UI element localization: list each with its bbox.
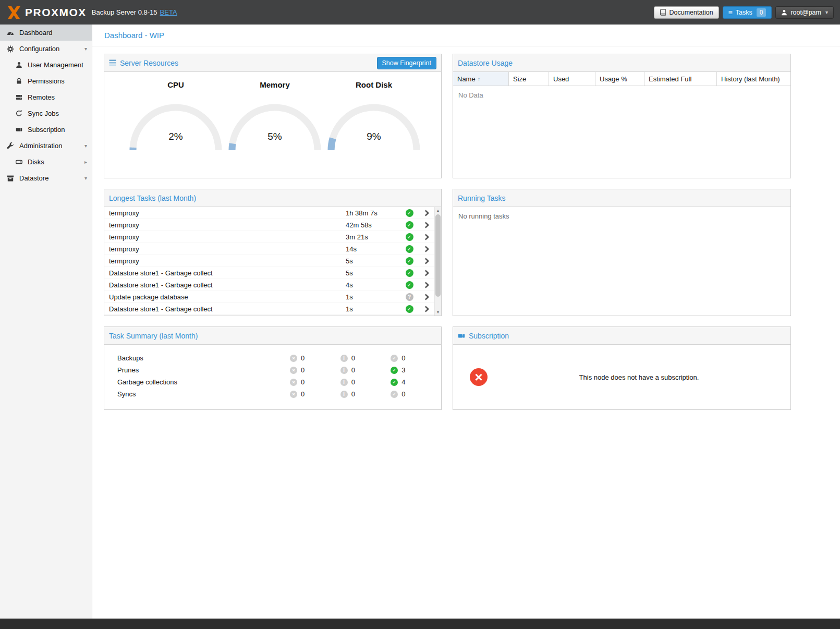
warning-icon: i (340, 355, 348, 362)
sidebar-item-dashboard[interactable]: Dashboard (0, 25, 92, 41)
scrollbar[interactable]: ▲ ▼ (434, 207, 441, 316)
sidebar-item-permissions[interactable]: Permissions (0, 73, 92, 89)
task-row[interactable]: termproxy 3m 21s ✓ (104, 231, 434, 243)
task-row[interactable]: Datastore store1 - Garbage collect 1s ✓ (104, 303, 434, 315)
datastore-empty-text: No Data (453, 86, 790, 104)
user-icon (781, 9, 787, 16)
sidebar-item-datastore[interactable]: Datastore ▾ (0, 170, 92, 186)
task-name: termproxy (109, 245, 346, 253)
panel-title: Datastore Usage (458, 59, 513, 67)
server-resources-body: CPU 2% Memory (104, 72, 441, 178)
ok-count-group: ✓ 3 (391, 366, 441, 374)
task-row[interactable]: termproxy 42m 58s ✓ (104, 219, 434, 231)
task-open-chevron-icon[interactable] (419, 246, 434, 252)
sidebar-item-user-management[interactable]: User Management (0, 57, 92, 73)
column-size[interactable]: Size (509, 72, 549, 86)
task-duration: 1s (346, 293, 400, 301)
longest-tasks-list: termproxy 1h 38m 7s ✓ termproxy 42m 58s … (104, 207, 441, 316)
cpu-gauge: CPU 2% (126, 80, 225, 178)
sidebar-item-administration[interactable]: Administration ▾ (0, 138, 92, 154)
proxmox-logo: PROXMOX (6, 6, 87, 19)
task-row[interactable]: Update package database 1s ? (104, 291, 434, 303)
longest-tasks-panel: Longest Tasks (last Month) termproxy 1h … (104, 189, 442, 316)
error-count: 0 (301, 390, 305, 398)
column-estimated-full[interactable]: Estimated Full (644, 72, 717, 86)
task-row[interactable]: termproxy 14s ✓ (104, 243, 434, 255)
sidebar-item-label: Dashboard (19, 29, 53, 37)
task-row[interactable]: termproxy 1h 38m 7s ✓ (104, 207, 434, 219)
sidebar-item-label: Disks (28, 158, 44, 166)
sidebar-item-remotes[interactable]: Remotes (0, 89, 92, 105)
gauge-arc: 5% (225, 101, 324, 152)
task-open-chevron-icon[interactable] (419, 234, 434, 240)
gauge-label: Root Disk (324, 80, 423, 89)
sort-asc-icon: ↑ (478, 76, 481, 82)
documentation-button[interactable]: Documentation (654, 6, 719, 19)
task-open-chevron-icon[interactable] (419, 306, 434, 312)
summary-label: Syncs (117, 390, 290, 398)
scroll-down-icon[interactable]: ▼ (435, 309, 441, 316)
ok-icon: ✓ (391, 355, 398, 362)
beta-link[interactable]: BETA (160, 8, 177, 16)
column-used[interactable]: Used (549, 72, 595, 86)
task-row[interactable]: Datastore store1 - Garbage collect 4s ✓ (104, 279, 434, 291)
running-tasks-panel: Running Tasks No running tasks (453, 189, 791, 316)
subscription-message: This node does not have a subscription. (488, 373, 790, 381)
task-open-chevron-icon[interactable] (419, 258, 434, 264)
column-name[interactable]: Name ↑ (453, 72, 509, 86)
sidebar-item-disks[interactable]: Disks ▸ (0, 154, 92, 170)
task-open-chevron-icon[interactable] (419, 210, 434, 216)
sidebar-item-label: Sync Jobs (28, 110, 59, 117)
server-resources-header: Server Resources Show Fingerprint (104, 54, 441, 72)
task-row[interactable]: termproxy 5s ✓ (104, 255, 434, 267)
scrollbar-thumb[interactable] (435, 214, 441, 297)
task-status-icon: ? (406, 293, 413, 301)
column-label: Used (553, 75, 569, 83)
ok-icon: ✓ (391, 391, 398, 398)
gear-icon (6, 45, 15, 53)
task-name: Datastore store1 - Garbage collect (109, 269, 346, 277)
tasks-button[interactable]: ≡ Tasks 0 (723, 6, 772, 19)
task-duration: 5s (346, 269, 400, 277)
panel-title: Longest Tasks (last Month) (109, 194, 196, 202)
task-row[interactable]: Datastore store1 - Garbage collect 5s ✓ (104, 267, 434, 279)
caret-down-icon: ▾ (84, 143, 87, 149)
caret-right-icon: ▸ (84, 159, 87, 165)
task-open-chevron-icon[interactable] (419, 282, 434, 288)
column-history[interactable]: History (last Month) (717, 72, 790, 86)
task-name: termproxy (109, 209, 346, 217)
bottom-bar (0, 619, 840, 629)
sidebar-item-sync-jobs[interactable]: Sync Jobs (0, 105, 92, 122)
dashboard-panels: Server Resources Show Fingerprint CPU (92, 46, 840, 410)
show-fingerprint-button[interactable]: Show Fingerprint (377, 57, 437, 69)
error-count-group: × 0 (290, 354, 340, 362)
ok-count: 4 (401, 378, 405, 386)
column-label: Usage % (600, 75, 627, 83)
error-icon: × (290, 367, 297, 374)
sidebar-item-configuration[interactable]: Configuration ▾ (0, 41, 92, 57)
datastore-table-header: Name ↑ Size Used Usage % (453, 72, 790, 86)
sidebar: Dashboard Configuration ▾ User Managemen… (0, 25, 92, 619)
warning-count-group: i 0 (340, 354, 391, 362)
caret-down-icon: ▾ (825, 9, 828, 15)
book-icon (660, 9, 666, 16)
column-usage[interactable]: Usage % (595, 72, 644, 86)
error-count-group: × 0 (290, 378, 340, 386)
app-window: PROXMOX Backup Server 0.8-15 BETA Docume… (0, 0, 840, 629)
sidebar-item-subscription[interactable]: Subscription (0, 122, 92, 138)
product-version: Backup Server 0.8-15 (92, 8, 157, 16)
longest-tasks-header: Longest Tasks (last Month) (104, 189, 441, 207)
sidebar-item-label: Subscription (28, 126, 65, 134)
task-duration: 1h 38m 7s (346, 209, 400, 217)
scroll-up-icon[interactable]: ▲ (435, 207, 441, 214)
task-open-chevron-icon[interactable] (419, 270, 434, 276)
user-menu-button[interactable]: root@pam ▾ (775, 6, 834, 19)
sync-icon (15, 110, 23, 117)
task-open-chevron-icon[interactable] (419, 294, 434, 300)
task-open-chevron-icon[interactable] (419, 222, 434, 228)
wrench-icon (6, 142, 15, 150)
ok-count-group: ✓ 0 (391, 354, 441, 362)
ok-count: 3 (401, 366, 405, 374)
topbar-actions: Documentation ≡ Tasks 0 root@pam ▾ (654, 6, 834, 19)
summary-label: Backups (117, 354, 290, 362)
